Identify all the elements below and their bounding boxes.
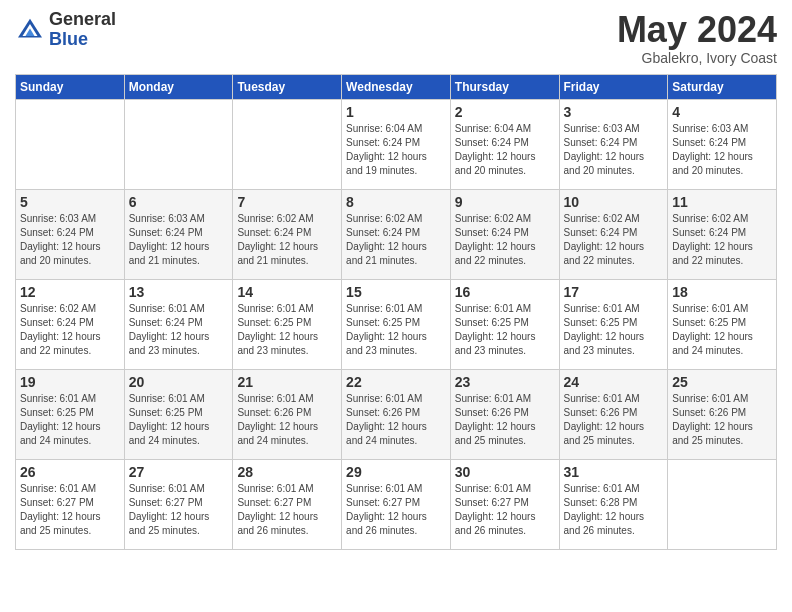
day-cell: 11Sunrise: 6:02 AM Sunset: 6:24 PM Dayli…	[668, 189, 777, 279]
day-cell: 15Sunrise: 6:01 AM Sunset: 6:25 PM Dayli…	[342, 279, 451, 369]
day-number: 2	[455, 104, 555, 120]
day-cell: 21Sunrise: 6:01 AM Sunset: 6:26 PM Dayli…	[233, 369, 342, 459]
day-number: 28	[237, 464, 337, 480]
day-cell: 16Sunrise: 6:01 AM Sunset: 6:25 PM Dayli…	[450, 279, 559, 369]
week-row-4: 26Sunrise: 6:01 AM Sunset: 6:27 PM Dayli…	[16, 459, 777, 549]
calendar-table: SundayMondayTuesdayWednesdayThursdayFrid…	[15, 74, 777, 550]
column-header-wednesday: Wednesday	[342, 74, 451, 99]
day-cell: 3Sunrise: 6:03 AM Sunset: 6:24 PM Daylig…	[559, 99, 668, 189]
day-cell: 23Sunrise: 6:01 AM Sunset: 6:26 PM Dayli…	[450, 369, 559, 459]
day-number: 16	[455, 284, 555, 300]
day-detail: Sunrise: 6:04 AM Sunset: 6:24 PM Dayligh…	[455, 122, 555, 178]
day-cell: 18Sunrise: 6:01 AM Sunset: 6:25 PM Dayli…	[668, 279, 777, 369]
week-row-2: 12Sunrise: 6:02 AM Sunset: 6:24 PM Dayli…	[16, 279, 777, 369]
day-detail: Sunrise: 6:01 AM Sunset: 6:28 PM Dayligh…	[564, 482, 664, 538]
day-detail: Sunrise: 6:03 AM Sunset: 6:24 PM Dayligh…	[20, 212, 120, 268]
day-detail: Sunrise: 6:01 AM Sunset: 6:27 PM Dayligh…	[346, 482, 446, 538]
logo-blue: Blue	[49, 30, 116, 50]
day-detail: Sunrise: 6:01 AM Sunset: 6:27 PM Dayligh…	[20, 482, 120, 538]
day-cell: 5Sunrise: 6:03 AM Sunset: 6:24 PM Daylig…	[16, 189, 125, 279]
day-cell	[233, 99, 342, 189]
column-header-sunday: Sunday	[16, 74, 125, 99]
day-cell: 9Sunrise: 6:02 AM Sunset: 6:24 PM Daylig…	[450, 189, 559, 279]
logo-general: General	[49, 10, 116, 30]
logo-text: General Blue	[49, 10, 116, 50]
day-number: 12	[20, 284, 120, 300]
day-cell: 7Sunrise: 6:02 AM Sunset: 6:24 PM Daylig…	[233, 189, 342, 279]
day-detail: Sunrise: 6:01 AM Sunset: 6:25 PM Dayligh…	[455, 302, 555, 358]
day-number: 14	[237, 284, 337, 300]
logo: General Blue	[15, 10, 116, 50]
day-detail: Sunrise: 6:03 AM Sunset: 6:24 PM Dayligh…	[129, 212, 229, 268]
day-detail: Sunrise: 6:02 AM Sunset: 6:24 PM Dayligh…	[20, 302, 120, 358]
day-detail: Sunrise: 6:02 AM Sunset: 6:24 PM Dayligh…	[564, 212, 664, 268]
logo-icon	[15, 15, 45, 45]
day-detail: Sunrise: 6:04 AM Sunset: 6:24 PM Dayligh…	[346, 122, 446, 178]
day-cell: 19Sunrise: 6:01 AM Sunset: 6:25 PM Dayli…	[16, 369, 125, 459]
day-number: 30	[455, 464, 555, 480]
day-number: 23	[455, 374, 555, 390]
day-detail: Sunrise: 6:01 AM Sunset: 6:25 PM Dayligh…	[129, 392, 229, 448]
day-number: 22	[346, 374, 446, 390]
day-number: 3	[564, 104, 664, 120]
day-detail: Sunrise: 6:03 AM Sunset: 6:24 PM Dayligh…	[672, 122, 772, 178]
day-number: 5	[20, 194, 120, 210]
day-cell: 22Sunrise: 6:01 AM Sunset: 6:26 PM Dayli…	[342, 369, 451, 459]
day-detail: Sunrise: 6:02 AM Sunset: 6:24 PM Dayligh…	[455, 212, 555, 268]
day-cell: 1Sunrise: 6:04 AM Sunset: 6:24 PM Daylig…	[342, 99, 451, 189]
day-detail: Sunrise: 6:01 AM Sunset: 6:27 PM Dayligh…	[237, 482, 337, 538]
title-block: May 2024 Gbalekro, Ivory Coast	[617, 10, 777, 66]
day-detail: Sunrise: 6:01 AM Sunset: 6:25 PM Dayligh…	[237, 302, 337, 358]
month-title: May 2024	[617, 10, 777, 50]
location: Gbalekro, Ivory Coast	[617, 50, 777, 66]
day-detail: Sunrise: 6:01 AM Sunset: 6:26 PM Dayligh…	[237, 392, 337, 448]
day-cell: 14Sunrise: 6:01 AM Sunset: 6:25 PM Dayli…	[233, 279, 342, 369]
column-header-friday: Friday	[559, 74, 668, 99]
day-cell: 13Sunrise: 6:01 AM Sunset: 6:24 PM Dayli…	[124, 279, 233, 369]
day-number: 1	[346, 104, 446, 120]
day-number: 4	[672, 104, 772, 120]
day-cell: 10Sunrise: 6:02 AM Sunset: 6:24 PM Dayli…	[559, 189, 668, 279]
day-number: 26	[20, 464, 120, 480]
day-detail: Sunrise: 6:01 AM Sunset: 6:25 PM Dayligh…	[564, 302, 664, 358]
day-number: 25	[672, 374, 772, 390]
day-detail: Sunrise: 6:03 AM Sunset: 6:24 PM Dayligh…	[564, 122, 664, 178]
day-number: 8	[346, 194, 446, 210]
day-cell: 28Sunrise: 6:01 AM Sunset: 6:27 PM Dayli…	[233, 459, 342, 549]
day-number: 27	[129, 464, 229, 480]
day-cell: 25Sunrise: 6:01 AM Sunset: 6:26 PM Dayli…	[668, 369, 777, 459]
day-detail: Sunrise: 6:02 AM Sunset: 6:24 PM Dayligh…	[346, 212, 446, 268]
day-detail: Sunrise: 6:01 AM Sunset: 6:24 PM Dayligh…	[129, 302, 229, 358]
day-cell: 8Sunrise: 6:02 AM Sunset: 6:24 PM Daylig…	[342, 189, 451, 279]
day-number: 15	[346, 284, 446, 300]
day-cell: 29Sunrise: 6:01 AM Sunset: 6:27 PM Dayli…	[342, 459, 451, 549]
column-header-thursday: Thursday	[450, 74, 559, 99]
day-cell	[668, 459, 777, 549]
header-row: SundayMondayTuesdayWednesdayThursdayFrid…	[16, 74, 777, 99]
day-number: 9	[455, 194, 555, 210]
day-detail: Sunrise: 6:01 AM Sunset: 6:25 PM Dayligh…	[20, 392, 120, 448]
day-detail: Sunrise: 6:01 AM Sunset: 6:25 PM Dayligh…	[672, 302, 772, 358]
day-cell: 17Sunrise: 6:01 AM Sunset: 6:25 PM Dayli…	[559, 279, 668, 369]
day-cell: 6Sunrise: 6:03 AM Sunset: 6:24 PM Daylig…	[124, 189, 233, 279]
column-header-tuesday: Tuesday	[233, 74, 342, 99]
day-detail: Sunrise: 6:02 AM Sunset: 6:24 PM Dayligh…	[672, 212, 772, 268]
day-cell: 31Sunrise: 6:01 AM Sunset: 6:28 PM Dayli…	[559, 459, 668, 549]
week-row-0: 1Sunrise: 6:04 AM Sunset: 6:24 PM Daylig…	[16, 99, 777, 189]
day-cell: 12Sunrise: 6:02 AM Sunset: 6:24 PM Dayli…	[16, 279, 125, 369]
day-cell: 26Sunrise: 6:01 AM Sunset: 6:27 PM Dayli…	[16, 459, 125, 549]
column-header-monday: Monday	[124, 74, 233, 99]
day-cell: 4Sunrise: 6:03 AM Sunset: 6:24 PM Daylig…	[668, 99, 777, 189]
day-detail: Sunrise: 6:01 AM Sunset: 6:26 PM Dayligh…	[455, 392, 555, 448]
day-number: 17	[564, 284, 664, 300]
page: General Blue May 2024 Gbalekro, Ivory Co…	[0, 0, 792, 565]
day-number: 6	[129, 194, 229, 210]
day-number: 10	[564, 194, 664, 210]
week-row-3: 19Sunrise: 6:01 AM Sunset: 6:25 PM Dayli…	[16, 369, 777, 459]
day-cell: 20Sunrise: 6:01 AM Sunset: 6:25 PM Dayli…	[124, 369, 233, 459]
day-cell: 24Sunrise: 6:01 AM Sunset: 6:26 PM Dayli…	[559, 369, 668, 459]
day-number: 18	[672, 284, 772, 300]
day-detail: Sunrise: 6:01 AM Sunset: 6:27 PM Dayligh…	[129, 482, 229, 538]
day-number: 21	[237, 374, 337, 390]
day-detail: Sunrise: 6:02 AM Sunset: 6:24 PM Dayligh…	[237, 212, 337, 268]
